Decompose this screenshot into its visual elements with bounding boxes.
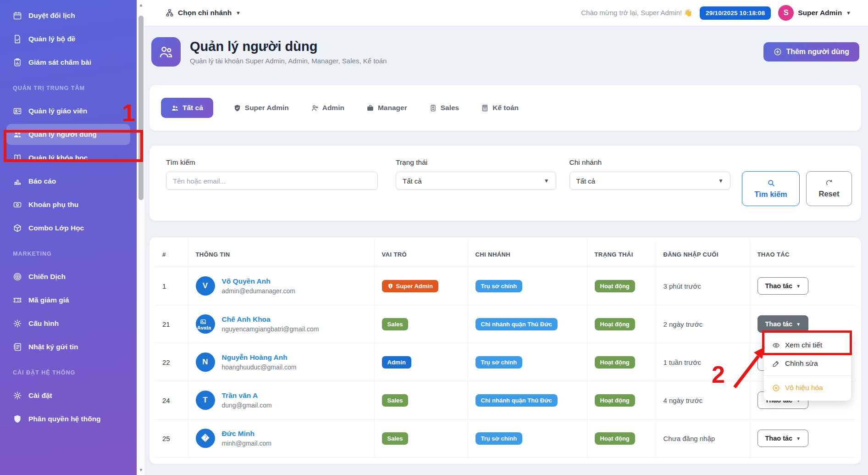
col-actions: THAO TÁC	[750, 239, 856, 267]
branch-select[interactable]: Tất cả ▼	[569, 172, 730, 190]
sidebar-nav: Duyệt đổi lịchQuản lý bộ đềGiám sát chấm…	[0, 5, 137, 430]
user-name-link[interactable]: Chế Anh Khoa	[222, 315, 271, 323]
last-login: 3 phút trước	[656, 267, 750, 305]
last-login: 4 ngày trước	[656, 381, 750, 419]
sidebar-item[interactable]: Quản lý khóa học	[6, 147, 130, 168]
role-badge: Super Admin	[382, 280, 438, 292]
last-login: 2 ngày trước	[656, 305, 750, 343]
book-icon	[13, 153, 22, 162]
sidebar-item[interactable]: Khoản phụ thu	[6, 194, 130, 215]
search-input[interactable]	[166, 172, 378, 190]
user-name-link[interactable]: Nguyễn Hoàng Anh	[222, 353, 287, 361]
calendar-icon	[13, 11, 22, 20]
calculator-icon	[481, 104, 489, 112]
sidebar-item[interactable]: Cấu hình	[6, 313, 130, 334]
sidebar-item[interactable]: Cài đặt	[6, 385, 130, 406]
sidebar-item-label: Nhật ký gửi tin	[28, 343, 78, 351]
ticket-icon	[13, 296, 22, 305]
bar-chart-icon	[13, 177, 22, 186]
users-table: # THÔNG TIN VAI TRÒ CHI NHÁNH TRẠNG THÁI…	[155, 239, 856, 458]
user-menu[interactable]: S Super Admin ▼	[778, 5, 851, 21]
branch-selector[interactable]: Chọn chi nhánh ▼	[166, 9, 241, 17]
col-last-login: ĐĂNG NHẬP CUỐI	[656, 239, 750, 267]
role-badge: Admin	[382, 356, 411, 369]
menu-item-eye[interactable]: Xem chi tiết	[764, 336, 851, 354]
sidebar-item[interactable]: Duyệt đổi lịch	[6, 5, 130, 26]
user-name-link[interactable]: Võ Quyền Anh	[222, 277, 271, 285]
sidebar-item[interactable]: Chiến Dịch	[6, 266, 130, 287]
table-row: 24 T Trần văn A dung@gmail.com Sales Chi…	[155, 381, 856, 419]
user-name: Super Admin	[798, 9, 842, 17]
scrollbar-thumb[interactable]	[138, 16, 144, 200]
role-badge: Sales	[382, 318, 409, 330]
tab-super-admin[interactable]: Super Admin	[232, 98, 291, 118]
search-label: Tìm kiếm	[166, 158, 378, 167]
chevron-down-icon: ▼	[796, 436, 801, 441]
col-branch: CHI NHÁNH	[468, 239, 587, 267]
tab-admin[interactable]: Admin	[309, 98, 346, 118]
status-select[interactable]: Tất cả ▼	[396, 172, 556, 190]
users-icon	[13, 130, 22, 139]
user-email: nguyencamgiangbatri@gmail.com	[222, 325, 319, 333]
sidebar-item[interactable]: Quản lý bộ đề	[6, 28, 130, 50]
chevron-down-icon: ▼	[796, 322, 801, 327]
row-actions-button[interactable]: Thao tác ▼	[757, 315, 809, 333]
scroll-up-arrow-icon[interactable]: ▲	[137, 3, 145, 7]
user-name-link[interactable]: Trần văn A	[222, 391, 258, 399]
table-row: 22 N Nguyễn Hoàng Anh hoanghuuduc@gmail.…	[155, 343, 856, 381]
scroll-down-arrow-icon[interactable]: ▼	[137, 468, 145, 472]
row-number: 22	[155, 343, 188, 381]
branch-badge: Trụ sở chính	[475, 280, 523, 292]
sidebar-item-label: Giám sát chấm bài	[28, 58, 91, 67]
journal-icon	[13, 342, 22, 352]
last-login: Chưa đăng nhập	[656, 419, 750, 458]
shield-check-icon	[233, 104, 241, 112]
user-email: admin@edumanager.com	[222, 287, 296, 295]
shield-icon	[13, 414, 22, 424]
tab-kế-toán[interactable]: Kế toán	[479, 98, 520, 118]
sidebar-item[interactable]: Quản lý giáo viên	[6, 101, 130, 122]
cash-icon	[13, 200, 22, 209]
sidebar: Duyệt đổi lịchQuản lý bộ đềGiám sát chấm…	[0, 0, 137, 475]
menu-item-x-circle[interactable]: Vô hiệu hóa	[764, 379, 851, 397]
sidebar-item-label: Quản lý người dùng	[28, 130, 97, 139]
sidebar-section-label: QUẢN TRỊ TRUNG TÂM	[13, 85, 124, 94]
menu-item-pencil[interactable]: Chỉnh sửa	[764, 354, 851, 373]
sidebar-item[interactable]: Phân quyền hệ thống	[6, 408, 130, 430]
sidebar-item-label: Phân quyền hệ thống	[28, 415, 101, 423]
topbar: Chọn chi nhánh ▼ Chào mừng trở lại, Supe…	[144, 0, 868, 26]
pencil-icon	[772, 360, 780, 368]
sidebar-item[interactable]: Báo cáo	[6, 171, 130, 192]
users-page-icon	[151, 37, 181, 67]
sidebar-item[interactable]: Nhật ký gửi tin	[6, 336, 130, 358]
sidebar-scrollbar[interactable]: ▲ ▼	[137, 0, 144, 475]
sidebar-item-label: Duyệt đổi lịch	[28, 11, 75, 20]
branch-label: Chi nhánh	[569, 158, 730, 167]
chevron-down-icon: ▼	[544, 178, 549, 184]
sidebar-item-label: Quản lý giáo viên	[28, 107, 87, 115]
row-number: 1	[155, 267, 188, 305]
role-badge: Sales	[382, 432, 409, 445]
tab-sales[interactable]: Sales	[427, 98, 461, 118]
row-number: 21	[155, 305, 188, 343]
tab-tất-cả[interactable]: Tất cả	[161, 98, 213, 118]
search-button[interactable]: Tìm kiếm	[742, 171, 800, 206]
sidebar-item[interactable]: Quản lý người dùng	[6, 124, 130, 145]
tab-manager[interactable]: Manager	[365, 98, 409, 118]
sidebar-item[interactable]: Mã giảm giá	[6, 290, 130, 311]
add-user-button[interactable]: Thêm người dùng	[763, 42, 859, 61]
sidebar-item-label: Quản lý khóa học	[28, 154, 88, 162]
user-name-link[interactable]: Đức Minh	[222, 430, 255, 437]
status-badge: Hoạt động	[595, 356, 635, 369]
sidebar-item[interactable]: Giám sát chấm bài	[6, 52, 130, 73]
broken-image-icon	[200, 319, 206, 325]
sidebar-item[interactable]: Combo Lớp Học	[6, 218, 130, 239]
col-number: #	[155, 239, 188, 267]
avatar: T	[196, 391, 215, 410]
branch-badge: Trụ sở chính	[475, 356, 523, 369]
page-subtitle: Quản lý tài khoản Super Admin, Admin, Ma…	[190, 57, 387, 65]
row-actions-button[interactable]: Thao tác ▼	[757, 430, 809, 447]
reset-button[interactable]: Reset	[806, 171, 852, 206]
table-row: 1 V Võ Quyền Anh admin@edumanager.com Su…	[155, 267, 856, 305]
row-actions-button[interactable]: Thao tác ▼	[757, 277, 809, 295]
